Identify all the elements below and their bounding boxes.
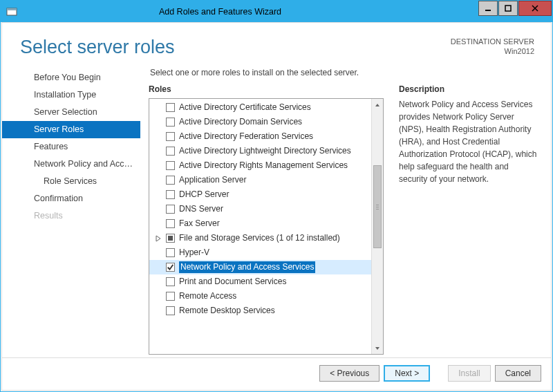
- role-row[interactable]: Application Server: [149, 173, 371, 187]
- role-label: Hyper-V: [179, 247, 209, 259]
- wizard-step[interactable]: Features: [2, 138, 140, 156]
- description-column: Description Network Policy and Access Se…: [399, 84, 537, 355]
- roles-scrollbar[interactable]: [371, 99, 383, 354]
- role-label: Network Policy and Access Services: [179, 261, 315, 273]
- wizard-step[interactable]: Server Selection: [2, 104, 140, 121]
- role-label: Active Directory Rights Management Servi…: [179, 160, 348, 171]
- scroll-thumb[interactable]: [373, 165, 382, 248]
- role-row[interactable]: Active Directory Certificate Services: [149, 100, 371, 115]
- role-label: Fax Server: [179, 218, 220, 230]
- client-area: Select server roles DESTINATION SERVER W…: [1, 22, 552, 391]
- role-label: Active Directory Federation Services: [179, 131, 313, 142]
- role-row[interactable]: Active Directory Lightweight Directory S…: [149, 144, 371, 158]
- role-checkbox[interactable]: [166, 263, 175, 272]
- role-row[interactable]: DNS Server: [149, 202, 371, 216]
- next-button[interactable]: Next >: [384, 365, 430, 382]
- role-checkbox[interactable]: [166, 190, 175, 199]
- wizard-step[interactable]: Server Roles: [2, 121, 140, 138]
- wizard-body: Before You BeginInstallation TypeServer …: [2, 64, 551, 357]
- columns: Roles Active Directory Certificate Servi…: [149, 84, 537, 355]
- minimize-button[interactable]: [478, 1, 498, 16]
- roles-label: Roles: [149, 84, 384, 94]
- role-checkbox[interactable]: [166, 132, 175, 141]
- svg-rect-3: [505, 6, 511, 11]
- role-checkbox[interactable]: [166, 248, 175, 257]
- role-checkbox[interactable]: [166, 219, 175, 228]
- role-label: Active Directory Lightweight Directory S…: [179, 145, 351, 157]
- previous-button[interactable]: < Previous: [319, 365, 379, 382]
- install-button: Install: [448, 365, 490, 382]
- role-label: Remote Access: [179, 290, 236, 302]
- svg-rect-2: [485, 10, 491, 11]
- role-row[interactable]: Active Directory Federation Services: [149, 129, 371, 144]
- role-row[interactable]: Remote Desktop Services: [149, 304, 371, 318]
- role-label: DHCP Server: [179, 189, 229, 200]
- role-label: Application Server: [179, 174, 246, 186]
- wizard-header: Select server roles DESTINATION SERVER W…: [2, 23, 551, 64]
- scroll-down-button[interactable]: [372, 342, 383, 354]
- role-checkbox[interactable]: [166, 277, 175, 286]
- roles-list: Active Directory Certificate ServicesAct…: [149, 99, 371, 354]
- window-controls: [478, 1, 552, 22]
- wizard-step[interactable]: Confirmation: [2, 190, 140, 207]
- role-label: Print and Document Services: [179, 276, 286, 288]
- page-title: Select server roles: [20, 37, 175, 58]
- window-title: Add Roles and Features Wizard: [0, 7, 478, 17]
- scroll-up-button[interactable]: [372, 99, 383, 111]
- wizard-step[interactable]: Network Policy and Acces...: [2, 156, 140, 173]
- role-checkbox[interactable]: [166, 306, 175, 315]
- roles-listbox: Active Directory Certificate ServicesAct…: [149, 98, 384, 355]
- role-label: Active Directory Certificate Services: [179, 102, 311, 113]
- wizard-step[interactable]: Installation Type: [2, 86, 140, 104]
- wizard-step: Results: [2, 207, 140, 225]
- role-label: File and Storage Services (1 of 12 insta…: [179, 232, 340, 244]
- role-row[interactable]: Fax Server: [149, 216, 371, 231]
- role-row[interactable]: Active Directory Rights Management Servi…: [149, 158, 371, 173]
- role-row[interactable]: Remote Access: [149, 289, 371, 304]
- role-checkbox[interactable]: [166, 234, 175, 243]
- close-button[interactable]: [518, 1, 552, 16]
- wizard-window: Add Roles and Features Wizard Select ser…: [0, 0, 553, 392]
- roles-column: Roles Active Directory Certificate Servi…: [149, 84, 384, 355]
- description-label: Description: [399, 84, 537, 94]
- instruction-text: Select one or more roles to install on t…: [149, 66, 537, 84]
- description-body: Network Policy and Access Services provi…: [399, 98, 537, 185]
- destination-value: Win2012: [451, 46, 534, 56]
- role-row[interactable]: Print and Document Services: [149, 274, 371, 289]
- role-row[interactable]: Active Directory Domain Services: [149, 115, 371, 129]
- destination-block: DESTINATION SERVER Win2012: [451, 37, 534, 57]
- destination-label: DESTINATION SERVER: [451, 37, 534, 46]
- maximize-button[interactable]: [498, 1, 518, 16]
- wizard-step[interactable]: Role Services: [2, 173, 140, 190]
- wizard-step[interactable]: Before You Begin: [2, 69, 140, 86]
- main-panel: Select one or more roles to install on t…: [140, 66, 551, 355]
- role-checkbox[interactable]: [166, 147, 175, 156]
- role-label: Remote Desktop Services: [179, 305, 275, 317]
- role-row[interactable]: DHCP Server: [149, 187, 371, 202]
- role-checkbox[interactable]: [166, 292, 175, 301]
- role-checkbox[interactable]: [166, 103, 175, 112]
- expand-icon[interactable]: [155, 234, 162, 241]
- role-checkbox[interactable]: [166, 161, 175, 170]
- role-row[interactable]: Network Policy and Access Services: [149, 260, 371, 274]
- role-row[interactable]: Hyper-V: [149, 245, 371, 260]
- role-row[interactable]: File and Storage Services (1 of 12 insta…: [149, 231, 371, 245]
- role-checkbox[interactable]: [166, 205, 175, 214]
- role-checkbox[interactable]: [166, 118, 175, 127]
- role-checkbox[interactable]: [166, 176, 175, 185]
- role-label: DNS Server: [179, 203, 223, 215]
- wizard-footer: < Previous Next > Install Cancel: [2, 357, 551, 390]
- cancel-button[interactable]: Cancel: [495, 365, 541, 382]
- wizard-steps: Before You BeginInstallation TypeServer …: [2, 66, 140, 355]
- titlebar: Add Roles and Features Wizard: [1, 1, 552, 22]
- role-label: Active Directory Domain Services: [179, 116, 302, 128]
